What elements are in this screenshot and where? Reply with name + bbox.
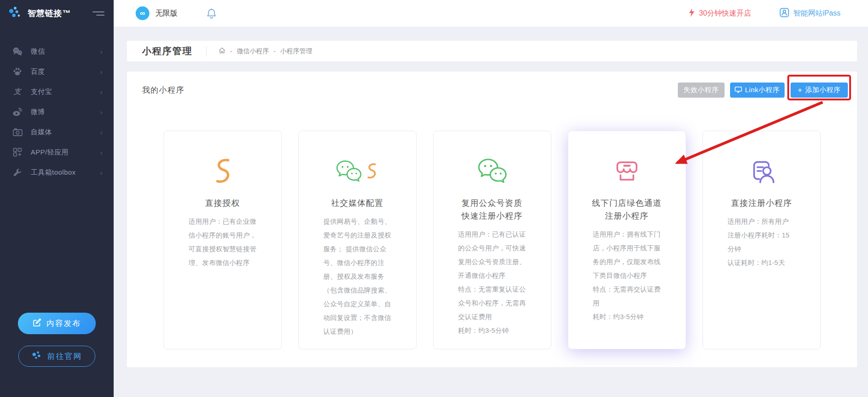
card-description: 提供网易号、企鹅号、爱奇艺号的注册及授权服务； 提供微信公众号、微信小程序的注册… (324, 215, 391, 338)
chevron-right-icon: › (100, 128, 103, 136)
sidebar-item-media[interactable]: 自媒体 › (0, 122, 114, 142)
alipay-icon: 支 (12, 87, 23, 97)
app-grid-icon (12, 148, 23, 157)
lightning-icon (688, 8, 695, 19)
chevron-right-icon: › (100, 48, 103, 55)
page-header: 小程序管理 - 微信小程序 - 小程序管理 (127, 41, 857, 61)
card-title: 线下门店绿色通道 注册小程序 (592, 197, 662, 222)
breadcrumb-separator: - (274, 48, 276, 55)
ipass-label: 智能网站iPass (793, 9, 841, 18)
breadcrumb: - 微信小程序 - 小程序管理 (219, 47, 312, 55)
card-title: 社交媒体配置 (331, 197, 384, 210)
link-button-label: Link小程序 (745, 86, 780, 94)
goto-website-button[interactable]: 前往官网 (18, 346, 95, 367)
topbar: ∞ 无限版 30分钟快速开店 智能网站iPass (114, 0, 868, 27)
sidebar-item-app[interactable]: APP/轻应用 › (0, 142, 114, 162)
card-direct-authorization[interactable]: 直接授权 适用用户：已有企业微信小程序的账号用户，可直接授权智慧链接管理、发布微… (164, 131, 282, 349)
link-miniprogram-button[interactable]: Link小程序 (730, 83, 785, 98)
sidebar-item-weibo[interactable]: 微博 › (0, 102, 114, 122)
add-miniprogram-button[interactable]: + 添加小程序 (791, 83, 848, 98)
infinity-badge-icon: ∞ (136, 6, 149, 20)
goto-website-label: 前往官网 (47, 351, 82, 362)
card-title: 直接授权 (205, 197, 240, 210)
wrench-icon (12, 168, 23, 177)
sidebar-item-label: 百度 (31, 67, 45, 76)
sidebar-item-wechat[interactable]: 微信 › (0, 41, 114, 61)
home-icon[interactable] (219, 47, 225, 55)
breadcrumb-item-miniprogram-management[interactable]: 小程序管理 (280, 47, 312, 55)
notifications-bell-icon[interactable] (207, 8, 216, 19)
expired-miniprograms-button[interactable]: 失效小程序 (678, 83, 725, 98)
sidebar-item-label: 微博 (31, 108, 45, 116)
card-description: 适用用户：已有企业微信小程序的账号用户，可直接授权智慧链接管理、发布微信小程序 (189, 215, 257, 270)
chevron-right-icon: › (100, 169, 103, 176)
breadcrumb-separator: - (230, 48, 232, 55)
brand-dots-icon (32, 350, 43, 362)
plus-icon: + (798, 86, 802, 95)
plan-selector[interactable]: ∞ 无限版 (136, 6, 177, 20)
sidebar-item-toolbox[interactable]: 工具箱toolbox › (0, 162, 114, 182)
menu-collapse-icon[interactable] (93, 9, 104, 18)
camera-icon (12, 128, 23, 136)
add-button-label: 添加小程序 (805, 86, 841, 94)
chevron-right-icon: › (100, 88, 103, 96)
content-area: 小程序管理 - 微信小程序 - 小程序管理 我的小程序 (114, 27, 868, 397)
card-title: 复用公众号资质 快速注册小程序 (461, 197, 522, 222)
breadcrumb-item-wechat-miniprogram[interactable]: 微信小程序 (237, 47, 269, 55)
sidebar-item-label: 支付宝 (31, 88, 52, 96)
miniprogram-panel: 我的小程序 失效小程序 Link小程序 + (127, 72, 857, 367)
weibo-icon (12, 107, 23, 116)
panel-actions: 失效小程序 Link小程序 + 添加小程序 (678, 83, 848, 98)
paw-icon (12, 67, 23, 76)
section-title: 我的小程序 (142, 85, 185, 95)
sidebar-item-label: 微信 (31, 47, 45, 56)
plan-label: 无限版 (155, 9, 177, 18)
page-title: 小程序管理 (142, 45, 192, 57)
wechat-and-miniprogram-icon (335, 156, 379, 186)
panel-header: 我的小程序 失效小程序 Link小程序 + (127, 72, 857, 98)
brand-name: 智慧链接™ (27, 8, 71, 19)
card-reuse-official-account[interactable]: 复用公众号资质 快速注册小程序 适用用户：已有已认证的公众号用户，可快速复用公众… (433, 131, 551, 349)
topbar-right: 30分钟快速开店 智能网站iPass (688, 8, 841, 19)
sidebar-item-baidu[interactable]: 百度 › (0, 61, 114, 82)
ipass-link[interactable]: 智能网站iPass (780, 8, 841, 19)
main-area: ∞ 无限版 30分钟快速开店 智能网站iPass (114, 0, 868, 397)
card-description: 适用用户：所有用户注册小程序耗时：15分钟认证耗时：约1-5天 (728, 215, 796, 270)
sidebar-item-label: 自媒体 (31, 128, 52, 137)
card-description: 适用用户：已有已认证的公众号用户，可快速复用公众号资质注册、开通微信小程序特点：… (458, 227, 526, 337)
card-social-media-config[interactable]: 社交媒体配置 提供网易号、企鹅号、爱奇艺号的注册及授权服务； 提供微信公众号、微… (298, 131, 417, 349)
card-description: 适用用户：拥有线下门店，小程序用于线下服务的用户，仅能发布线下类目微信小程序特点… (593, 227, 661, 324)
expired-button-label: 失效小程序 (683, 86, 719, 94)
wechat-icon (477, 156, 507, 186)
sidebar: 智慧链接™ 微信 › 百度 › 支 支付宝 › (0, 0, 114, 397)
publish-content-button[interactable]: 内容发布 (18, 313, 96, 334)
sidebar-item-label: 工具箱toolbox (31, 168, 76, 177)
card-offline-store-green-channel[interactable]: 线下门店绿色通道 注册小程序 适用用户：拥有线下门店，小程序用于线下服务的用户，… (568, 131, 686, 349)
chevron-right-icon: › (100, 68, 103, 76)
option-cards: 直接授权 适用用户：已有企业微信小程序的账号用户，可直接授权智慧链接管理、发布微… (127, 131, 857, 349)
id-card-person-icon (748, 156, 775, 186)
sidebar-item-label: APP/轻应用 (31, 148, 69, 157)
wechat-icon (12, 47, 23, 56)
sidebar-item-alipay[interactable]: 支 支付宝 › (0, 82, 114, 102)
card-direct-register[interactable]: 直接注册小程序 适用用户：所有用户注册小程序耗时：15分钟认证耗时：约1-5天 (703, 131, 821, 349)
quick-open-label: 30分钟快速开店 (699, 9, 751, 18)
app-window: 智慧链接™ 微信 › 百度 › 支 支付宝 › (0, 0, 868, 397)
storefront-icon (613, 156, 641, 186)
quick-open-link[interactable]: 30分钟快速开店 (688, 8, 751, 19)
chevron-right-icon: › (100, 108, 103, 116)
card-title: 直接注册小程序 (731, 197, 792, 210)
brand-header: 智慧链接™ (0, 0, 114, 27)
user-card-icon (780, 8, 789, 19)
header-divider (206, 46, 207, 56)
miniprogram-s-icon (211, 156, 235, 186)
brand-logo-icon (8, 6, 23, 21)
chevron-right-icon: › (100, 149, 103, 156)
edit-icon (33, 318, 41, 329)
sidebar-footer: 内容发布 前往官网 (0, 313, 114, 397)
publish-content-label: 内容发布 (46, 318, 81, 329)
sidebar-nav: 微信 › 百度 › 支 支付宝 › 微博 › (0, 41, 114, 313)
monitor-icon (735, 86, 742, 94)
